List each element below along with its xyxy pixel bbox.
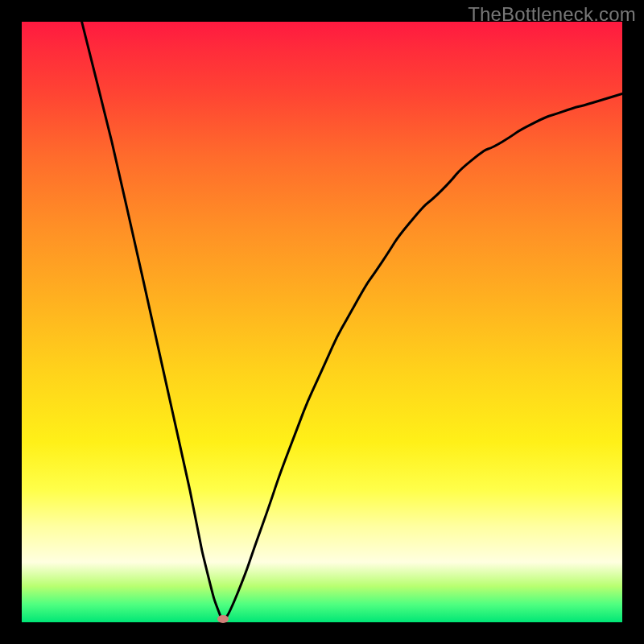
chart-frame: TheBottleneck.com bbox=[0, 0, 644, 644]
curve-svg bbox=[22, 22, 622, 622]
optimum-marker bbox=[217, 615, 229, 623]
plot-area bbox=[22, 22, 622, 622]
bottleneck-curve bbox=[82, 22, 622, 622]
